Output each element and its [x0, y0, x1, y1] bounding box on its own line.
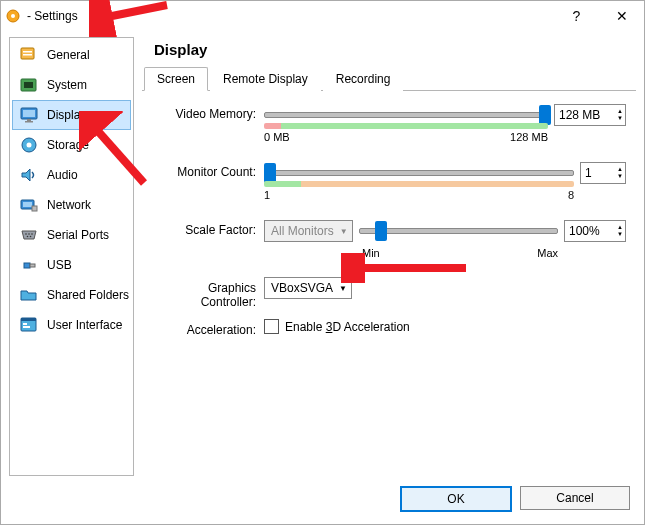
svg-point-20	[30, 236, 32, 238]
sidebar-item-system[interactable]: System	[12, 70, 131, 100]
sidebar-item-label: Display	[47, 108, 86, 122]
svg-rect-26	[23, 326, 30, 328]
spin-buttons-icon[interactable]: ▲▼	[617, 108, 623, 122]
slider-video-memory[interactable]	[264, 103, 548, 127]
tabpage-screen: Video Memory: 128 MB ▲▼	[142, 91, 636, 365]
page-title: Display	[142, 37, 636, 66]
svg-point-16	[25, 233, 27, 235]
label-scale-factor: Scale Factor:	[152, 219, 264, 237]
svg-point-19	[27, 236, 29, 238]
svg-rect-9	[27, 119, 31, 121]
tab-remote-display[interactable]: Remote Display	[210, 67, 321, 91]
label-video-memory: Video Memory:	[152, 103, 264, 121]
svg-rect-2	[21, 48, 34, 59]
sidebar-item-label: User Interface	[47, 318, 122, 332]
spin-buttons-icon[interactable]: ▲▼	[617, 224, 623, 238]
app-icon	[5, 8, 21, 24]
label-scale-max: Max	[537, 247, 558, 259]
svg-rect-10	[25, 121, 33, 123]
svg-point-18	[31, 233, 33, 235]
row-monitor-count: Monitor Count: 1 ▲▼	[152, 161, 626, 201]
ok-button[interactable]: OK	[400, 486, 512, 512]
sidebar-item-display[interactable]: Display	[12, 100, 131, 130]
cancel-button[interactable]: Cancel	[520, 486, 630, 510]
svg-rect-8	[23, 110, 35, 117]
sidebar-item-label: Network	[47, 198, 91, 212]
body: General System Display Storage	[1, 31, 644, 476]
storage-icon	[19, 135, 39, 155]
spin-monitor-count-value: 1	[585, 166, 592, 180]
spin-scale-factor-value: 100%	[569, 224, 600, 238]
system-icon	[19, 75, 39, 95]
svg-rect-15	[32, 206, 37, 211]
sidebar-item-label: System	[47, 78, 87, 92]
svg-point-1	[11, 14, 15, 18]
sidebar-item-label: General	[47, 48, 90, 62]
chevron-down-icon: ▼	[340, 227, 348, 236]
serial-ports-icon	[19, 225, 39, 245]
close-button[interactable]: ✕	[599, 1, 644, 31]
checkbox-box-icon	[264, 319, 279, 334]
user-interface-icon	[19, 315, 39, 335]
sidebar-item-label: Serial Ports	[47, 228, 109, 242]
scale-monitor-combo[interactable]: All Monitors ▼	[264, 220, 353, 242]
sidebar-item-general[interactable]: General	[12, 40, 131, 70]
sidebar-item-serial-ports[interactable]: Serial Ports	[12, 220, 131, 250]
sidebar-item-network[interactable]: Network	[12, 190, 131, 220]
scale-monitor-combo-value: All Monitors	[271, 224, 334, 238]
slider-scale-factor[interactable]	[359, 219, 558, 243]
help-button[interactable]: ?	[554, 1, 599, 31]
row-acceleration: Acceleration: Enable 3D Acceleration	[152, 319, 626, 337]
network-icon	[19, 195, 39, 215]
sidebar-item-storage[interactable]: Storage	[12, 130, 131, 160]
sidebar-item-user-interface[interactable]: User Interface	[12, 310, 131, 340]
tab-bar: Screen Remote Display Recording	[142, 66, 636, 91]
svg-rect-14	[23, 202, 32, 207]
general-icon	[19, 45, 39, 65]
sidebar-item-label: Audio	[47, 168, 78, 182]
svg-rect-24	[21, 318, 36, 321]
checkbox-label: Enable 3D Acceleration	[285, 320, 410, 334]
label-video-memory-max: 128 MB	[510, 131, 548, 143]
sidebar-item-usb[interactable]: USB	[12, 250, 131, 280]
chevron-down-icon: ▼	[339, 284, 347, 293]
sidebar-item-label: USB	[47, 258, 72, 272]
label-acceleration: Acceleration:	[152, 319, 264, 337]
combo-graphics-controller-value: VBoxSVGA	[271, 281, 333, 295]
sidebar: General System Display Storage	[9, 37, 134, 476]
tab-screen[interactable]: Screen	[144, 67, 208, 91]
label-monitor-count-max: 8	[568, 189, 574, 201]
footer: OK Cancel	[1, 476, 644, 524]
tab-recording[interactable]: Recording	[323, 67, 404, 91]
spin-video-memory-value: 128 MB	[559, 108, 600, 122]
display-icon	[19, 105, 39, 125]
combo-graphics-controller[interactable]: VBoxSVGA ▼	[264, 277, 352, 299]
window-title: - Settings	[27, 9, 554, 23]
svg-rect-6	[24, 82, 33, 88]
usb-icon	[19, 255, 39, 275]
sidebar-item-label: Shared Folders	[47, 288, 129, 302]
checkbox-enable-3d[interactable]: Enable 3D Acceleration	[264, 319, 410, 334]
svg-rect-22	[30, 264, 35, 267]
label-video-memory-min: 0 MB	[264, 131, 290, 143]
spin-monitor-count[interactable]: 1 ▲▼	[580, 162, 626, 184]
slider-monitor-count[interactable]	[264, 161, 574, 185]
label-monitor-count: Monitor Count:	[152, 161, 264, 179]
svg-point-17	[28, 233, 30, 235]
sidebar-item-audio[interactable]: Audio	[12, 160, 131, 190]
settings-window: - Settings ? ✕ General System	[0, 0, 645, 525]
row-graphics-controller: Graphics Controller: VBoxSVGA ▼	[152, 277, 626, 309]
spin-video-memory[interactable]: 128 MB ▲▼	[554, 104, 626, 126]
sidebar-item-shared-folders[interactable]: Shared Folders	[12, 280, 131, 310]
svg-rect-21	[24, 263, 30, 268]
row-video-memory: Video Memory: 128 MB ▲▼	[152, 103, 626, 143]
spin-scale-factor[interactable]: 100% ▲▼	[564, 220, 626, 242]
label-graphics-controller: Graphics Controller:	[152, 277, 264, 309]
svg-point-12	[27, 143, 32, 148]
label-scale-min: Min	[362, 247, 380, 259]
svg-rect-25	[23, 323, 27, 325]
titlebar: - Settings ? ✕	[1, 1, 644, 31]
audio-icon	[19, 165, 39, 185]
spin-buttons-icon[interactable]: ▲▼	[617, 166, 623, 180]
main-content: Display Screen Remote Display Recording …	[142, 37, 636, 476]
